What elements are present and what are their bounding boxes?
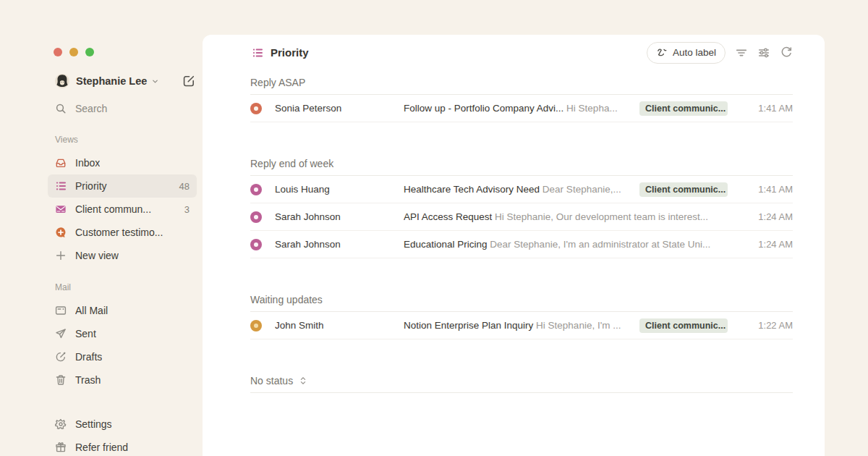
sidebar-item-new-view[interactable]: New view [48,244,197,267]
all-mail-icon [55,305,67,316]
email-sender: Louis Huang [275,184,404,195]
group-label: Reply ASAP [250,77,305,88]
window-close-button[interactable] [54,48,62,56]
group-header[interactable]: No status [250,368,793,393]
email-row[interactable]: Sarah Johnson Educational Pricing Dear S… [250,231,793,258]
sliders-icon[interactable] [757,46,770,59]
email-preview: Hi Stepha... [566,103,618,114]
sidebar-item-refer-friend[interactable]: Refer friend [48,436,197,456]
refresh-icon[interactable] [780,46,793,59]
email-sender: Sarah Johnson [275,211,404,222]
email-label-badge: Client communic... [639,101,728,116]
email-subject: Healthcare Tech Advisory Need [404,184,542,195]
section-label-views: Views [55,134,197,145]
auto-label-icon [656,47,668,59]
email-row[interactable]: Louis Huang Healthcare Tech Advisory Nee… [250,176,793,203]
sender-avatar [250,239,262,250]
user-avatar [55,74,69,88]
group-header: Reply ASAP [250,70,793,95]
email-row[interactable]: Sonia Peterson Follow up - Portfolio Com… [250,95,793,122]
sidebar-item-priority[interactable]: Priority 48 [48,174,197,198]
priority-list-icon [252,47,263,59]
email-preview: Hi Stephanie, Our development team is in… [495,211,708,222]
drafts-icon [55,351,67,363]
email-time: 1:24 AM [736,211,793,222]
email-row[interactable]: Sarah Johnson API Access Request Hi Step… [250,203,793,231]
search-icon [55,103,67,114]
sidebar-item-drafts[interactable]: Drafts [48,345,197,368]
group-header: Reply end of week [250,151,793,176]
email-preview: Dear Stephanie, I'm an administrator at … [490,239,710,250]
window-zoom-button[interactable] [85,48,94,56]
group-label: No status [250,375,293,387]
group-label: Reply end of week [250,158,333,169]
plus-icon [55,250,67,261]
gear-icon [55,418,67,430]
email-sender: John Smith [275,320,404,331]
sidebar-item-settings[interactable]: Settings [48,413,197,436]
gift-icon [55,442,67,453]
email-subject: Educational Pricing [404,239,490,250]
search-input[interactable]: Search [48,99,197,118]
section-label-mail: Mail [55,282,197,293]
window-minimize-button[interactable] [69,48,78,56]
email-preview: Dear Stephanie,... [542,184,621,195]
sender-avatar [250,184,262,195]
sidebar-item-client-commun[interactable]: Client commun... 3 [48,198,197,221]
email-group-reply-end-of-week: Reply end of week Louis Huang Healthcare… [250,151,793,258]
search-placeholder: Search [75,103,107,114]
group-header: Waiting updates [250,287,793,312]
sidebar-item-inbox[interactable]: Inbox [48,151,197,174]
email-time: 1:41 AM [736,184,793,195]
testimonial-icon [55,227,67,238]
email-group-reply-asap: Reply ASAP Sonia Peterson Follow up - Po… [250,70,793,122]
updown-icon[interactable] [298,376,308,386]
trash-icon [55,374,67,386]
filter-icon[interactable] [735,46,748,59]
sidebar: Stephanie Lee Search Views Inbox Priorit… [0,0,203,456]
email-subject: Follow up - Portfolio Company Advi... [404,103,566,114]
email-label-badge: Client communic... [639,318,728,333]
email-sender: Sonia Peterson [275,103,404,114]
inbox-icon [55,157,67,169]
sender-avatar [250,211,262,223]
envelope-icon [55,203,67,215]
sidebar-item-all-mail[interactable]: All Mail [48,299,197,322]
email-time: 1:41 AM [736,103,793,114]
page-title: Priority [271,46,309,59]
sidebar-item-count: 48 [179,181,190,192]
window-controls [0,0,203,56]
sidebar-item-trash[interactable]: Trash [48,368,197,392]
sender-avatar [250,103,262,114]
sidebar-item-count: 3 [184,204,190,215]
email-time: 1:24 AM [736,239,793,250]
chevron-down-icon [151,77,159,85]
email-row[interactable]: John Smith Notion Enterprise Plan Inquir… [250,312,793,339]
email-group-waiting-updates: Waiting updates John Smith Notion Enterp… [250,287,793,339]
mail-list-panel: Priority Auto label Reply ASAP Sonia Pet… [203,35,825,456]
email-group-no-status: No status [250,368,793,393]
user-name: Stephanie Lee [76,75,147,87]
compose-icon[interactable] [182,75,195,88]
sender-avatar [250,320,262,332]
email-subject: Notion Enterprise Plan Inquiry [404,320,536,331]
auto-label-button[interactable]: Auto label [647,42,726,64]
priority-list-icon [55,180,67,192]
account-switcher[interactable]: Stephanie Lee [48,72,197,90]
sidebar-item-customer-testimo[interactable]: Customer testimo... [48,221,197,244]
email-label-badge: Client communic... [639,182,728,197]
group-label: Waiting updates [250,294,323,305]
email-subject: API Access Request [404,211,495,222]
email-preview: Hi Stephanie, I'm ... [536,320,621,331]
email-sender: Sarah Johnson [275,239,404,250]
sidebar-item-sent[interactable]: Sent [48,322,197,345]
panel-header: Priority Auto label [203,35,825,70]
email-time: 1:22 AM [736,320,793,331]
send-icon [55,328,67,339]
